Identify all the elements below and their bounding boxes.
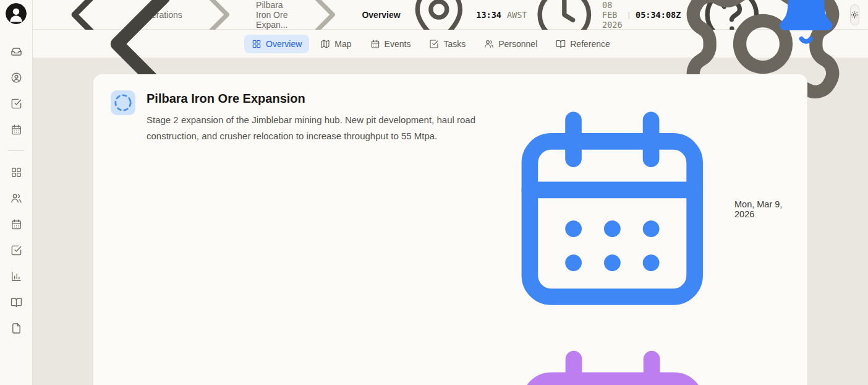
map-icon (320, 39, 330, 49)
book-open-icon (11, 296, 22, 308)
tab-events[interactable]: Events (363, 35, 419, 53)
check-square-icon (11, 98, 22, 110)
tab-label: Overview (266, 39, 302, 49)
project-info: Mon, Mar 9, 2026 Sun, Feb 7, 2027 Pilbar… (496, 90, 790, 385)
tab-personnel[interactable]: Personnel (477, 35, 545, 53)
project-icon (111, 90, 135, 115)
sidebar-item-inbox[interactable] (0, 38, 32, 64)
main-content: Pilbara Iron Ore Expansion Stage 2 expan… (33, 58, 868, 385)
sidebar-divider (8, 150, 24, 151)
bar-chart-icon (11, 270, 22, 282)
project-start-date-row: Mon, Mar 9, 2026 (496, 93, 790, 326)
bell-icon (774, 0, 838, 46)
project-end-date-row: Sun, Feb 7, 2027 (496, 332, 790, 385)
calendar-icon (370, 39, 380, 49)
project-description: Stage 2 expansion of the Jimblebar minin… (147, 112, 485, 144)
tab-tasks[interactable]: Tasks (422, 35, 473, 53)
calendar-icon (11, 124, 22, 136)
tab-map[interactable]: Map (313, 35, 359, 53)
tab-list: Overview Map Events Tasks Personnel Refe… (244, 35, 618, 53)
project-start-date: Mon, Mar 9, 2026 (734, 199, 790, 219)
sidebar-item-calendar[interactable] (0, 211, 32, 237)
calendar-icon (496, 332, 730, 385)
avatar-icon (6, 3, 27, 24)
local-time: 13:34 (476, 10, 501, 20)
user-circle-icon (11, 72, 22, 84)
check-square-icon (11, 244, 22, 256)
dashed-circle-icon (111, 90, 135, 115)
tab-label: Personnel (498, 39, 537, 49)
inbox-icon (11, 46, 22, 58)
sidebar-item-bar-chart[interactable] (0, 263, 32, 289)
book-open-icon (556, 39, 566, 49)
file-icon (11, 322, 22, 334)
tab-label: Reference (570, 39, 610, 49)
grid-icon (252, 39, 262, 49)
breadcrumb-project[interactable]: Pilbara Iron Ore Expan... (256, 0, 288, 30)
project-title: Pilbara Iron Ore Expansion (147, 92, 485, 106)
tab-label: Events (385, 39, 411, 49)
timezone-label: AWST (507, 10, 527, 20)
grid-icon (11, 167, 22, 178)
calendar-icon (496, 93, 729, 326)
sidebar-item-users[interactable] (0, 185, 32, 211)
sidebar-item-book-open[interactable] (0, 289, 32, 315)
notifications-button[interactable]: 8 (772, 0, 841, 49)
sidebar (0, 0, 33, 385)
sidebar-item-check-square[interactable] (0, 90, 32, 116)
tab-label: Tasks (443, 39, 466, 49)
sidebar-item-grid[interactable] (0, 159, 32, 185)
tab-reference[interactable]: Reference (548, 35, 618, 53)
tab-overview[interactable]: Overview (244, 35, 309, 53)
project-summary-card: Pilbara Iron Ore Expansion Stage 2 expan… (93, 74, 807, 385)
users-icon (11, 192, 22, 204)
sidebar-item-calendar[interactable] (0, 116, 32, 142)
app-logo[interactable] (6, 3, 27, 24)
sidebar-item-check-square[interactable] (0, 237, 32, 263)
separator: | (628, 10, 631, 19)
users-icon (484, 39, 494, 49)
app-window: Operations Pilbara Iron Ore Expan... Ove… (0, 0, 868, 385)
tab-bar: Overview Map Events Tasks Personnel Refe… (33, 30, 868, 58)
date-label: 08 FEB 2026 (602, 0, 623, 30)
sidebar-icon-list (0, 38, 32, 341)
breadcrumb-overview: Overview (362, 10, 400, 20)
tab-label: Map (334, 39, 351, 49)
calendar-icon (11, 218, 22, 230)
sidebar-item-user-circle[interactable] (0, 64, 32, 90)
sidebar-item-file[interactable] (0, 315, 32, 341)
check-square-icon (429, 39, 439, 49)
